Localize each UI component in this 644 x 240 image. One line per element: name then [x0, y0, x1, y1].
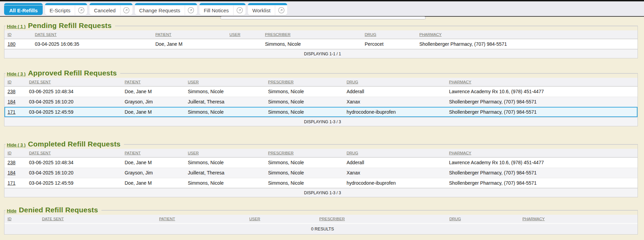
- table-footer-status: DISPLAYING 1-1 / 1: [4, 49, 638, 58]
- column-header[interactable]: PRESCRIBER: [267, 78, 346, 86]
- column-header[interactable]: PHARMACY: [419, 30, 638, 39]
- refill-table: IDDATE SENTPATIENTUSERPRESCRIBERDRUGPHAR…: [4, 78, 638, 126]
- refill-id-link[interactable]: 238: [8, 89, 15, 94]
- table-row[interactable]: 17103-04-2025 12:45:59Doe, Jane MSimmons…: [4, 178, 638, 188]
- section-approved: Hide ( 3 ) Approved Refill Requests IDDA…: [4, 73, 638, 126]
- section-title: Denied Refill Requests: [19, 206, 98, 214]
- column-header[interactable]: PATIENT: [155, 30, 229, 39]
- column-header[interactable]: PRESCRIBER: [319, 215, 449, 223]
- column-header[interactable]: PRESCRIBER: [264, 30, 364, 39]
- refill-id-link[interactable]: 238: [8, 160, 15, 165]
- table-footer-status: DISPLAYING 1-3 / 3: [4, 188, 638, 197]
- column-header[interactable]: DRUG: [364, 30, 419, 39]
- section-title: Completed Refill Requests: [28, 140, 121, 148]
- column-header[interactable]: DATE SENT: [41, 215, 158, 223]
- tab-canceled[interactable]: Canceled: [89, 3, 132, 15]
- section-legend: Hide ( 1 ) Pending Refill Requests: [5, 22, 115, 30]
- section-title: Approved Refill Requests: [28, 69, 117, 77]
- tab-change-requests[interactable]: Change Requests: [135, 3, 197, 15]
- column-header[interactable]: PATIENT: [124, 149, 187, 157]
- tab-bar: All E-Refills E-Scripts Canceled Change …: [0, 1, 644, 16]
- column-header[interactable]: PRESCRIBER: [267, 149, 346, 157]
- sections: Hide ( 1 ) Pending Refill Requests IDDAT…: [4, 26, 638, 235]
- tab-worklist[interactable]: Worklist: [248, 3, 287, 15]
- column-header[interactable]: DATE SENT: [28, 78, 124, 86]
- tab-label: Canceled: [89, 8, 120, 13]
- column-header[interactable]: PATIENT: [124, 78, 187, 86]
- section-completed: Hide ( 3 ) Completed Refill Requests IDD…: [4, 144, 638, 197]
- external-link-icon[interactable]: [233, 5, 246, 15]
- table-row[interactable]: 18403-04-2025 16:10:20Grayson, JimJuille…: [4, 97, 638, 107]
- table-row[interactable]: 18403-04-2025 16:10:20Grayson, JimJuille…: [4, 168, 638, 178]
- refill-table: IDDATE SENTPATIENTUSERPRESCRIBERDRUGPHAR…: [4, 215, 638, 234]
- external-link-icon[interactable]: [75, 5, 87, 15]
- column-header[interactable]: PHARMACY: [522, 215, 638, 223]
- refill-table: IDDATE SENTPATIENTUSERPRESCRIBERDRUGPHAR…: [4, 149, 638, 197]
- tab-label: Worklist: [248, 8, 275, 13]
- section-legend: Hide ( 3 ) Approved Refill Requests: [5, 69, 120, 78]
- panel-edge-artifact: [220, 16, 426, 19]
- column-header[interactable]: PHARMACY: [448, 78, 638, 86]
- refill-id-link[interactable]: 184: [8, 99, 15, 104]
- refill-id-link[interactable]: 180: [8, 41, 15, 47]
- external-link-icon[interactable]: [120, 5, 132, 15]
- column-header[interactable]: DATE SENT: [28, 149, 124, 157]
- hide-link[interactable]: Hide ( 1 ): [7, 24, 26, 29]
- section-denied: Hide Denied Refill Requests IDDATE SENTP…: [4, 210, 638, 235]
- column-header[interactable]: ID: [4, 78, 28, 86]
- table-row[interactable]: 17103-04-2025 12:45:59Doe, Jane MSimmons…: [4, 107, 638, 117]
- section-legend: Hide Denied Refill Requests: [5, 206, 101, 215]
- refill-id-link[interactable]: 184: [8, 170, 15, 175]
- table-row[interactable]: 23803-06-2025 10:48:34Doe, Jane MSimmons…: [4, 157, 638, 168]
- table-header-row: IDDATE SENTPATIENTUSERPRESCRIBERDRUGPHAR…: [4, 149, 638, 157]
- table-header-row: IDDATE SENTPATIENTUSERPRESCRIBERDRUGPHAR…: [4, 30, 638, 39]
- column-header[interactable]: USER: [249, 215, 319, 223]
- tab-label: E-Scripts: [45, 8, 75, 13]
- tab-fill-notices[interactable]: Fill Notices: [199, 3, 246, 15]
- table-header-row: IDDATE SENTPATIENTUSERPRESCRIBERDRUGPHAR…: [4, 78, 638, 86]
- column-header[interactable]: USER: [187, 149, 267, 157]
- column-header[interactable]: USER: [187, 78, 267, 86]
- column-header[interactable]: USER: [229, 30, 264, 39]
- hide-link[interactable]: Hide ( 3 ): [7, 142, 26, 147]
- tab-all-e-refills[interactable]: All E-Refills: [4, 3, 43, 15]
- hide-link[interactable]: Hide ( 3 ): [7, 71, 26, 76]
- tab-label: Fill Notices: [199, 8, 233, 13]
- column-header[interactable]: ID: [4, 30, 34, 39]
- table-row[interactable]: 23803-06-2025 10:48:34Doe, Jane MSimmons…: [4, 86, 638, 97]
- column-header[interactable]: DRUG: [449, 215, 522, 223]
- column-header[interactable]: PATIENT: [158, 215, 249, 223]
- column-header[interactable]: PHARMACY: [448, 149, 638, 157]
- section-legend: Hide ( 3 ) Completed Refill Requests: [5, 140, 124, 149]
- table-footer-status: 0 RESULTS: [4, 223, 638, 234]
- column-header[interactable]: ID: [4, 149, 28, 157]
- tab-label: All E-Refills: [4, 8, 43, 13]
- section-title: Pending Refill Requests: [28, 22, 112, 30]
- tab-e-scripts[interactable]: E-Scripts: [45, 3, 87, 15]
- table-row[interactable]: 18003-04-2025 16:06:35Doe, Jane MSimmons…: [4, 39, 638, 49]
- external-link-icon[interactable]: [185, 5, 197, 15]
- refill-id-link[interactable]: 171: [8, 109, 15, 115]
- column-header[interactable]: DATE SENT: [34, 30, 155, 39]
- hide-link[interactable]: Hide: [7, 208, 16, 213]
- refill-table: IDDATE SENTPATIENTUSERPRESCRIBERDRUGPHAR…: [4, 30, 638, 58]
- refill-id-link[interactable]: 171: [8, 180, 15, 186]
- table-footer-status: DISPLAYING 1-3 / 3: [4, 117, 638, 126]
- column-header[interactable]: ID: [4, 215, 41, 223]
- external-link-icon[interactable]: [275, 5, 287, 15]
- column-header[interactable]: DRUG: [346, 78, 448, 86]
- table-header-row: IDDATE SENTPATIENTUSERPRESCRIBERDRUGPHAR…: [4, 215, 638, 223]
- section-pending: Hide ( 1 ) Pending Refill Requests IDDAT…: [4, 26, 638, 58]
- tab-label: Change Requests: [135, 8, 185, 13]
- column-header[interactable]: DRUG: [346, 149, 448, 157]
